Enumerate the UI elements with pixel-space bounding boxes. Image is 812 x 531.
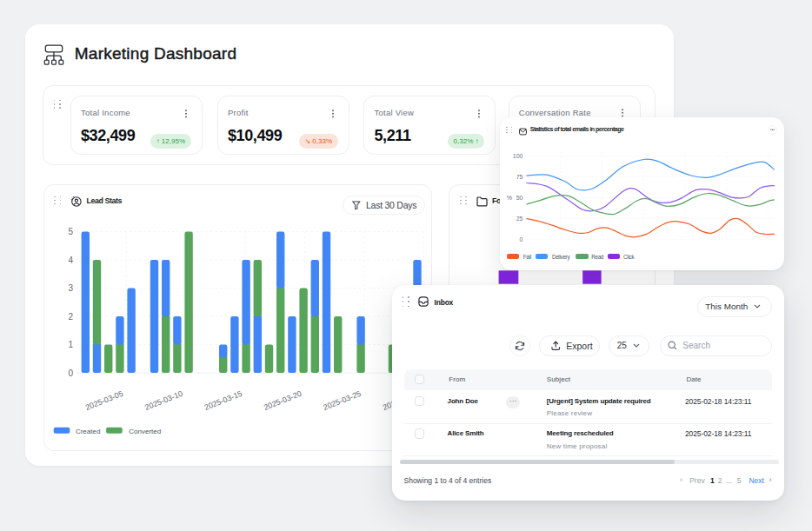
svg-text:2025-03-20: 2025-03-20 <box>263 389 303 413</box>
svg-text:75: 75 <box>516 174 523 180</box>
svg-text:3: 3 <box>68 283 73 293</box>
svg-text:25: 25 <box>516 216 523 222</box>
svg-text:2: 2 <box>68 312 73 322</box>
svg-text:Created: Created <box>76 428 100 435</box>
svg-text:100: 100 <box>513 154 523 160</box>
svg-text:Converted: Converted <box>129 428 161 435</box>
svg-text:0: 0 <box>68 368 73 378</box>
svg-text:2025-03-25: 2025-03-25 <box>322 389 362 413</box>
svg-text:0: 0 <box>519 237 522 243</box>
svg-text:5: 5 <box>68 227 73 236</box>
svg-text:50: 50 <box>516 195 523 201</box>
svg-text:2025-03-10: 2025-03-10 <box>143 389 183 413</box>
svg-text:2025-03-15: 2025-03-15 <box>203 389 243 413</box>
svg-text:2025-03-05: 2025-03-05 <box>84 389 124 413</box>
svg-text:4: 4 <box>68 256 73 265</box>
svg-text:%: % <box>507 195 512 201</box>
svg-text:1: 1 <box>68 340 73 349</box>
